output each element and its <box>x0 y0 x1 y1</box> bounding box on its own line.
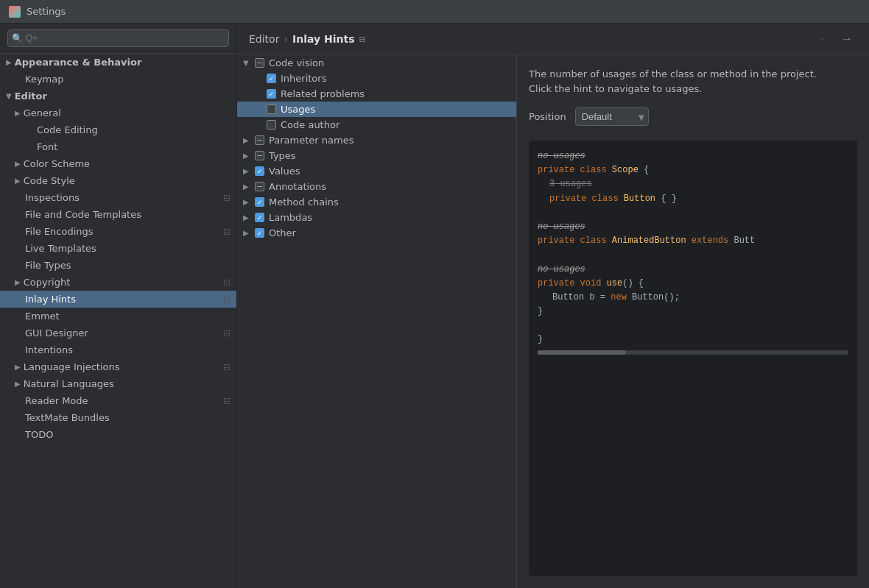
checkbox-code-vision[interactable]: − <box>255 58 264 68</box>
sidebar-item-gui-designer[interactable]: GUI Designer⊟ <box>0 325 236 341</box>
tree-item-related-problems[interactable]: ✓Related problems <box>237 86 516 102</box>
checkbox-code-author[interactable] <box>267 120 276 130</box>
sidebar-item-font[interactable]: Font <box>0 138 236 155</box>
breadcrumb-inlay-hints: Inlay Hints <box>292 33 355 45</box>
tree-label-code-vision: Code vision <box>269 57 324 68</box>
sidebar-badge-inlay-hints: ⊟ <box>223 294 231 305</box>
sidebar-item-emmet[interactable]: Emmet <box>0 308 236 325</box>
nav-forward-button[interactable]: → <box>837 31 857 47</box>
search-wrapper: 🔍 <box>7 29 229 47</box>
code-line-brace1: } <box>538 305 848 319</box>
tree-item-lambdas[interactable]: ▶✓Lambdas <box>237 210 516 225</box>
sidebar-item-label-intentions: Intentions <box>25 344 73 355</box>
tree-item-code-vision[interactable]: ▼−Code vision <box>237 55 516 71</box>
checkbox-annotations[interactable]: − <box>255 182 264 191</box>
sidebar-item-live-templates[interactable]: Live Templates <box>0 240 236 257</box>
tree-item-annotations[interactable]: ▶−Annotations <box>237 179 516 194</box>
position-dropdown[interactable]: DefaultInlineBlock <box>575 107 649 126</box>
sidebar-item-label-code-style: Code Style <box>24 175 75 186</box>
tree-panel: ▼−Code vision✓Inheritors✓Related problem… <box>237 55 517 588</box>
main-layout: 🔍 ▶Appearance & BehaviorKeymap▼Editor▶Ge… <box>0 24 869 588</box>
sidebar-item-inlay-hints[interactable]: Inlay Hints⊟ <box>0 291 236 308</box>
tree-label-annotations: Annotations <box>269 181 326 192</box>
nav-back-button[interactable]: ← <box>813 31 834 47</box>
sidebar-item-natural-languages[interactable]: ▶Natural Languages <box>0 375 236 392</box>
tree-toggle-annotations[interactable]: ▶ <box>243 183 253 191</box>
code-line-2: private class Button { } <box>538 192 848 206</box>
sidebar-item-file-types[interactable]: File Types <box>0 257 236 274</box>
tree-item-other[interactable]: ▶✓Other <box>237 225 516 241</box>
tree-item-usages[interactable]: Usages <box>237 102 516 117</box>
sidebar-item-intentions[interactable]: Intentions <box>0 341 236 358</box>
tree-item-types[interactable]: ▶−Types <box>237 148 516 163</box>
sidebar-badge-language-injections: ⊟ <box>223 362 231 372</box>
sidebar-item-label-font: Font <box>37 141 57 152</box>
checkbox-method-chains[interactable]: ✓ <box>255 197 264 207</box>
chevron-right-icon: ▶ <box>15 109 21 117</box>
tree-toggle-parameter-names[interactable]: ▶ <box>243 136 253 144</box>
sidebar: 🔍 ▶Appearance & BehaviorKeymap▼Editor▶Ge… <box>0 24 237 588</box>
sidebar-item-editor[interactable]: ▼Editor <box>0 88 236 105</box>
tree-item-parameter-names[interactable]: ▶−Parameter names <box>237 132 516 148</box>
sidebar-item-appearance[interactable]: ▶Appearance & Behavior <box>0 54 236 71</box>
sidebar-item-code-style[interactable]: ▶Code Style <box>0 172 236 189</box>
sidebar-item-color-scheme[interactable]: ▶Color Scheme <box>0 155 236 172</box>
sidebar-item-label-inlay-hints: Inlay Hints <box>25 294 76 305</box>
title-bar-text: Settings <box>27 6 66 17</box>
checkbox-parameter-names[interactable]: − <box>255 135 264 145</box>
sidebar-item-file-code-templates[interactable]: File and Code Templates <box>0 206 236 223</box>
sidebar-item-todo[interactable]: TODO <box>0 426 236 443</box>
tree-label-usages: Usages <box>281 104 315 115</box>
sidebar-item-general[interactable]: ▶General <box>0 105 236 121</box>
chevron-right-icon: ▶ <box>15 177 21 185</box>
sidebar-item-language-injections[interactable]: ▶Language Injections⊟ <box>0 358 236 375</box>
horizontal-scrollbar[interactable] <box>538 350 848 355</box>
chevron-right-icon: ▶ <box>15 278 21 286</box>
chevron-down-icon: ▼ <box>6 92 12 100</box>
sidebar-item-textmate-bundles[interactable]: TextMate Bundles <box>0 409 236 426</box>
code-line-brace2: } <box>538 333 848 347</box>
app-icon <box>9 6 21 18</box>
sidebar-item-copyright[interactable]: ▶Copyright⊟ <box>0 274 236 291</box>
tree-toggle-code-vision[interactable]: ▼ <box>243 59 253 67</box>
sidebar-item-label-keymap: Keymap <box>25 74 63 85</box>
sidebar-item-label-gui-designer: GUI Designer <box>25 327 88 339</box>
content-area: Editor › Inlay Hints ⊟ ← → ▼−Code vision… <box>237 24 869 588</box>
breadcrumb-editor[interactable]: Editor <box>249 33 279 45</box>
tree-toggle-other[interactable]: ▶ <box>243 229 253 237</box>
sidebar-item-code-editing[interactable]: Code Editing <box>0 121 236 138</box>
checkbox-inheritors[interactable]: ✓ <box>267 74 276 83</box>
sidebar-item-label-inspections: Inspections <box>25 192 80 203</box>
checkbox-usages[interactable] <box>267 105 276 114</box>
checkbox-values[interactable]: ✓ <box>255 166 264 176</box>
tree-item-code-author[interactable]: Code author <box>237 117 516 132</box>
position-label: Position <box>529 111 566 122</box>
sidebar-item-keymap[interactable]: Keymap <box>0 71 236 88</box>
sidebar-item-label-file-encodings: File Encodings <box>25 226 94 237</box>
checkbox-lambdas[interactable]: ✓ <box>255 213 264 222</box>
tree-toggle-values[interactable]: ▶ <box>243 167 253 175</box>
tree-item-method-chains[interactable]: ▶✓Method chains <box>237 194 516 210</box>
search-input[interactable] <box>7 29 229 47</box>
sidebar-item-file-encodings[interactable]: File Encodings⊟ <box>0 223 236 240</box>
pin-icon[interactable]: ⊟ <box>359 35 366 44</box>
checkbox-other[interactable]: ✓ <box>255 228 264 238</box>
sidebar-item-reader-mode[interactable]: Reader Mode⊟ <box>0 392 236 409</box>
checkbox-types[interactable]: − <box>255 151 264 160</box>
tree-toggle-types[interactable]: ▶ <box>243 152 253 160</box>
code-line-1: private class Scope { <box>538 163 848 177</box>
sidebar-item-label-emmet: Emmet <box>25 311 60 322</box>
tree-item-values[interactable]: ▶✓Values <box>237 163 516 179</box>
tree-label-lambdas: Lambdas <box>269 212 312 223</box>
tree-toggle-lambdas[interactable]: ▶ <box>243 213 253 222</box>
position-dropdown-wrapper: DefaultInlineBlock ▼ <box>575 107 649 126</box>
checkbox-related-problems[interactable]: ✓ <box>267 89 276 99</box>
chevron-right-icon: ▶ <box>15 160 21 168</box>
sidebar-item-inspections[interactable]: Inspections⊟ <box>0 189 236 206</box>
code-line-hint3: no usages <box>538 220 848 234</box>
tree-item-inheritors[interactable]: ✓Inheritors <box>237 71 516 86</box>
title-bar: Settings <box>0 0 869 24</box>
sidebar-item-label-language-injections: Language Injections <box>24 361 120 372</box>
tree-toggle-method-chains[interactable]: ▶ <box>243 198 253 206</box>
scrollbar-thumb <box>538 350 626 355</box>
